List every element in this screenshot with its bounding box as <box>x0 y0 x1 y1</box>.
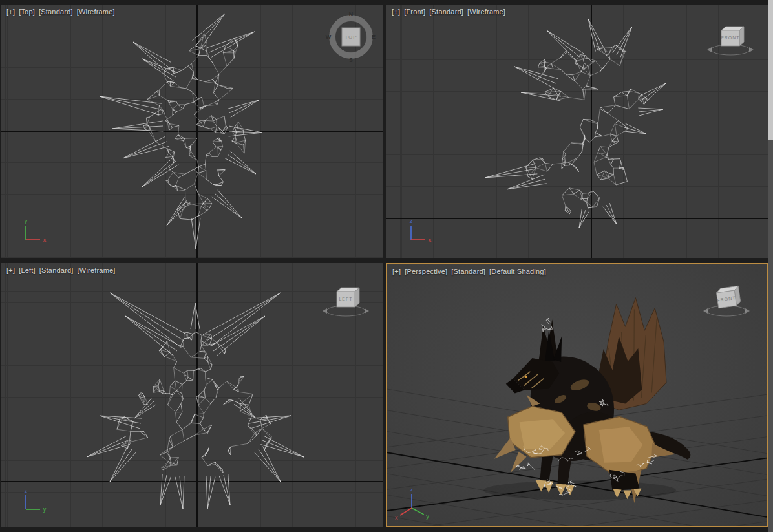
viewport-label-left: [+] [Left] [Standard] [Wireframe] <box>6 266 116 274</box>
svg-text:z: z <box>25 490 28 494</box>
renderer-menu-button[interactable]: [Standard] <box>429 8 463 16</box>
shading-menu-button[interactable]: [Wireframe] <box>467 8 505 16</box>
viewcube-face-label: LEFT <box>339 297 352 301</box>
ring-arrow-left[interactable] <box>323 308 327 314</box>
svg-text:z: z <box>410 220 413 224</box>
ring-arrow-left[interactable] <box>703 308 708 314</box>
renderer-menu-button[interactable]: [Standard] <box>39 266 74 274</box>
ring-arrow-right[interactable] <box>365 308 369 314</box>
viewport-front[interactable]: [+] [Front] [Standard] [Wireframe] FRONT… <box>386 5 768 258</box>
shading-menu-button[interactable]: [Wireframe] <box>77 8 115 16</box>
pov-menu-button[interactable]: [Left] <box>19 266 36 274</box>
axis-tripod: zx <box>394 220 436 254</box>
svg-text:y: y <box>25 220 28 224</box>
general-menu-button[interactable]: [+] <box>6 266 15 274</box>
viewport-top[interactable]: [+] [Top] [Standard] [Wireframe] TOP N E… <box>1 5 383 258</box>
viewport-left[interactable]: [+] [Left] [Standard] [Wireframe] LEFT z… <box>1 263 383 527</box>
axis-tripod: yx <box>9 220 50 254</box>
general-menu-button[interactable]: [+] <box>392 8 400 16</box>
shading-menu-button[interactable]: [Default Shading] <box>489 268 546 275</box>
viewcube-face-label: FRONT <box>721 36 739 40</box>
viewcube[interactable]: LEFT <box>321 282 370 323</box>
viewcube-face-label: TOP <box>344 34 357 40</box>
svg-text:y: y <box>43 506 47 513</box>
scrollbar-thumb[interactable] <box>768 0 773 140</box>
svg-text:y: y <box>426 513 429 520</box>
renderer-menu-button[interactable]: [Standard] <box>451 268 485 275</box>
viewcube[interactable]: FRONT <box>706 21 755 61</box>
svg-text:x: x <box>43 237 47 243</box>
axis-tripod: zy <box>9 490 50 524</box>
svg-text:z: z <box>410 489 414 493</box>
compass-west-label[interactable]: W <box>326 34 332 40</box>
ring-arrow-right[interactable] <box>749 47 754 52</box>
svg-text:x: x <box>395 515 398 521</box>
pov-menu-button[interactable]: [Front] <box>404 8 425 16</box>
general-menu-button[interactable]: [+] <box>392 268 401 275</box>
viewport-perspective[interactable]: [+] [Perspective] [Standard] [Default Sh… <box>386 263 768 527</box>
axis-tripod: zxy <box>395 489 436 522</box>
viewcube-ring[interactable] <box>711 45 750 55</box>
viewcube[interactable]: FRONT <box>702 282 751 323</box>
pov-menu-button[interactable]: [Top] <box>19 8 35 16</box>
ring-arrow-right[interactable] <box>745 308 750 314</box>
ring-arrow-left[interactable] <box>707 47 712 52</box>
renderer-menu-button[interactable]: [Standard] <box>39 8 73 16</box>
general-menu-button[interactable]: [+] <box>6 8 15 16</box>
dragon-model[interactable] <box>483 298 690 504</box>
compass-south-label[interactable]: S <box>349 57 353 63</box>
scrollbar-track[interactable] <box>768 0 773 532</box>
shading-menu-button[interactable]: [Wireframe] <box>78 266 116 274</box>
compass-north-label[interactable]: N <box>349 11 354 17</box>
compass-east-label[interactable]: E <box>372 34 376 40</box>
viewport-label-front: [+] [Front] [Standard] [Wireframe] <box>392 8 505 16</box>
viewcube-compass[interactable]: TOP N E S W <box>324 10 378 67</box>
svg-text:x: x <box>429 237 432 243</box>
pov-menu-button[interactable]: [Perspective] <box>405 268 447 275</box>
viewport-label-top: [+] [Top] [Standard] [Wireframe] <box>6 8 115 16</box>
viewport-quad-layout: [+] [Top] [Standard] [Wireframe] TOP N E… <box>0 0 773 532</box>
viewport-label-perspective: [+] [Perspective] [Standard] [Default Sh… <box>392 268 546 275</box>
